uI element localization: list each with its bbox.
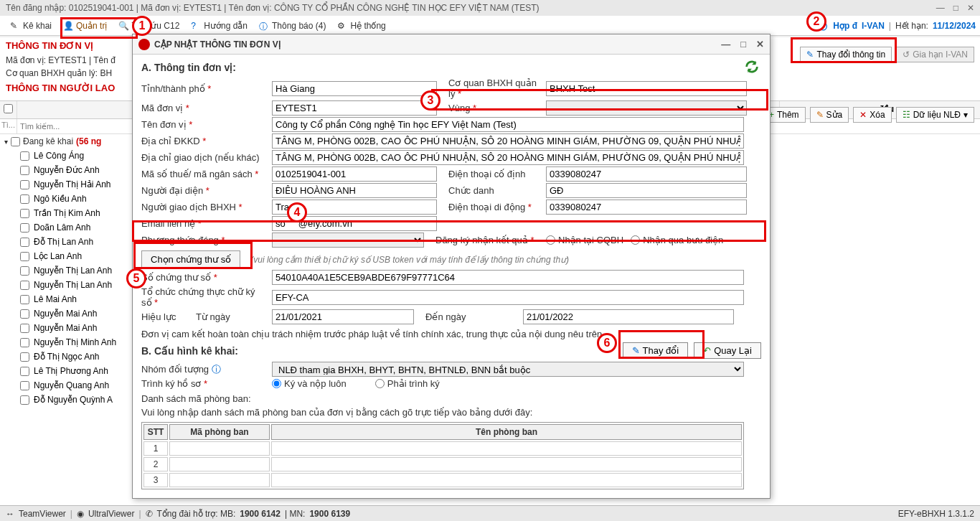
row-checkbox[interactable] [20,338,29,347]
fld-ma[interactable] [272,100,437,116]
admin-icon: 👤 [63,21,73,31]
person-name: Đỗ Thị Lan Anh [34,237,93,247]
fld-tinh[interactable] [272,81,437,96]
dialog-title: CẬP NHẬT THÔNG TIN ĐƠN VỊ [154,39,281,50]
fld-daidien[interactable] [272,183,437,198]
search-icon: 🔍 [118,21,128,31]
fld-cq[interactable] [546,81,747,96]
radio-cqbh[interactable]: Nhận tại CQBH [546,235,623,245]
fld-ten[interactable] [272,117,744,132]
chevron-down-icon: ▾ [963,110,968,120]
row-checkbox[interactable] [20,395,29,405]
version-label: EFY-eBHXH 1.3.1.2 [898,509,974,519]
menu-quan-tri[interactable]: 👤Quản trị [57,19,113,32]
fld-email[interactable] [272,216,437,231]
xoa-button[interactable]: ✕Xóa [853,107,891,123]
fld-dkkd[interactable] [272,133,744,149]
menu-he-thong[interactable]: ⚙Hệ thống [331,19,391,32]
chon-cts-button[interactable]: Chọn chứng thư số [141,250,240,268]
notice-icon: ⓘ [259,21,269,31]
lbl-trinhky: Trình ký hồ sơ [141,378,268,389]
fld-giaodich[interactable] [272,150,744,165]
data-icon: ☷ [903,110,910,120]
person-name: Lê Mai Anh [34,294,77,304]
radio-kyva[interactable]: Ký và nộp luôn [272,378,347,389]
lbl-tinh: Tỉnh/thành phố [141,83,268,94]
quay-lai-button[interactable]: ↶Quay Lại [694,342,761,359]
lbl-vung: Vùng [441,103,542,113]
row-checkbox[interactable] [20,324,29,333]
lbl-hieuluc: Hiệu lực [141,311,192,322]
fld-tochuc[interactable] [272,290,744,305]
sep: | [889,21,891,31]
gia-han-button[interactable]: ↺Gia hạn I-VAN [896,47,974,62]
fld-giaodich2[interactable] [272,200,437,215]
row-checkbox[interactable] [20,381,29,390]
lbl-mst: Mã số thuế/ mã ngân sách [141,169,268,179]
row-checkbox[interactable] [20,266,29,276]
fld-vung[interactable] [546,100,747,116]
row-checkbox[interactable] [20,238,29,247]
row-checkbox[interactable] [20,309,29,319]
row-checkbox[interactable] [20,281,29,290]
phone-icon: ✆ [146,509,153,519]
menu-tra-cuu[interactable]: 🔍Tra cứu C12 [113,19,185,32]
person-name: Lộc Lan Anh [34,251,82,261]
tree-checkbox[interactable] [11,137,20,146]
dialog-maximize-icon[interactable]: □ [740,39,746,50]
select-all-checkbox[interactable] [4,104,13,113]
expire-date: 11/12/2024 [933,21,976,31]
tv-icon[interactable]: ↔ [6,509,14,519]
fld-nhomdt[interactable]: NLĐ tham gia BHXH, BHYT, BHTN, BHTNLĐ, B… [272,362,744,377]
radio-phaitrinh[interactable]: Phải trình ký [375,378,440,389]
row-checkbox[interactable] [20,252,29,261]
row-checkbox[interactable] [20,194,29,204]
sua-button[interactable]: ✎Sửa [810,107,849,123]
close-icon[interactable]: ✕ [967,3,974,13]
radio-buudien[interactable]: Nhận qua bưu điện [631,235,723,245]
fld-mst[interactable] [272,166,437,182]
refresh-icon[interactable] [744,59,760,75]
row-checkbox[interactable] [20,223,29,233]
table-row[interactable]: 2 [143,457,742,471]
fld-serial[interactable] [272,270,744,285]
minimize-icon[interactable]: — [936,3,945,13]
thay-doi-button[interactable]: ✎Thay đổi [623,342,689,359]
info-icon: ⓘ [819,21,829,31]
lbl-email: Email liên hệ [141,218,268,229]
fld-dtdd[interactable] [546,200,747,215]
menu-thong-bao[interactable]: ⓘThông báo (4) [253,19,331,32]
filter-icon[interactable]: Tì... [0,119,17,133]
van-label: I-VAN [862,21,885,31]
du-lieu-button[interactable]: ☷Dữ liệu NLĐ▾ [896,107,974,123]
thay-doi-thong-tin-button[interactable]: ✎Thay đổi thông tin [800,47,892,62]
lbl-dkkd: Địa chỉ ĐKKD [141,136,268,146]
dialog-close-icon[interactable]: ✕ [756,39,764,50]
uv-icon[interactable]: ◉ [77,509,84,519]
table-row[interactable]: 1 [143,441,742,456]
row-checkbox[interactable] [20,151,29,161]
dialog-minimize-icon[interactable]: — [721,39,730,50]
maximize-icon[interactable]: □ [953,3,958,13]
fld-phuongthuc[interactable] [272,233,424,248]
person-name: Nguyễn Thị Hải Anh [34,179,111,189]
menu-huong-dan[interactable]: ?Hướng dẫn [185,19,253,32]
row-checkbox[interactable] [20,367,29,376]
row-checkbox[interactable] [20,209,29,218]
menu-ke-khai[interactable]: ✎Kê khai [4,19,57,32]
row-checkbox[interactable] [20,180,29,189]
fld-dtcd[interactable] [546,166,747,182]
row-checkbox[interactable] [20,295,29,304]
fld-chucdanh[interactable] [546,183,747,198]
info-icon[interactable]: ⓘ [212,364,221,375]
fld-tungay[interactable] [272,309,414,324]
commit-text: Đơn vị cam kết hoàn toàn chịu trách nhiệ… [141,329,761,339]
row-checkbox[interactable] [20,352,29,362]
fld-denngay[interactable] [523,309,734,324]
app-title: Tên đăng nhập: 0102519041-001 | Mã đơn v… [6,3,540,13]
person-name: Lê Công Áng [34,151,84,161]
gear-icon: ⚙ [337,21,347,31]
dialog-title-bar: CẬP NHẬT THÔNG TIN ĐƠN VỊ — □ ✕ [133,34,770,55]
table-row[interactable]: 3 [143,473,742,487]
row-checkbox[interactable] [20,166,29,175]
